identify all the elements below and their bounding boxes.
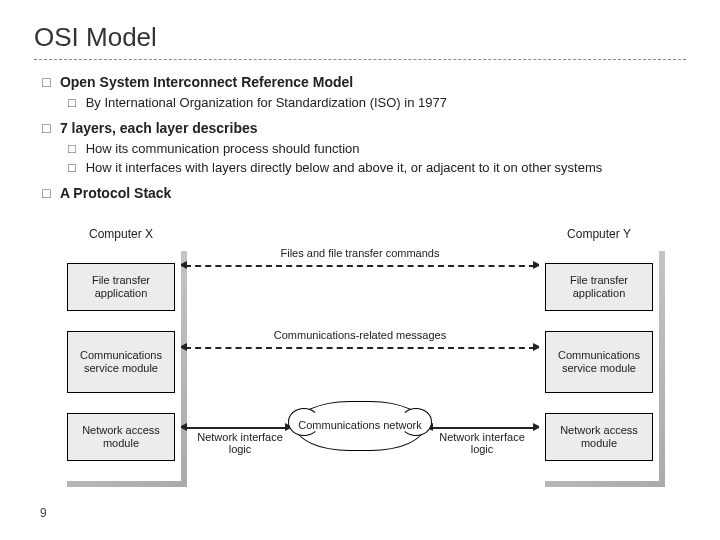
connection-label: Communications-related messages [250,329,470,341]
interface-label: Network interface logic [195,431,285,455]
bullet-item: □ A Protocol Stack [42,185,686,201]
page-number: 9 [40,506,47,520]
sub-bullet-text: How it interfaces with layers directly b… [86,159,684,177]
stack-label-right: Computer Y [539,227,659,241]
square-bullet-icon: □ [42,185,56,201]
layer-box: Network access module [67,413,175,461]
sub-bullet-item: □ By International Organization for Stan… [68,94,686,112]
interface-label: Network interface logic [437,431,527,455]
sub-bullet-item: □ How it interfaces with layers directly… [68,159,686,177]
bullet-list: □ Open System Interconnect Reference Mod… [34,74,686,201]
dashed-connector [185,347,535,349]
square-bullet-icon: □ [68,94,82,112]
solid-connector [431,427,535,429]
sub-bullet-text: By International Organization for Standa… [86,94,684,112]
protocol-stack-diagram: Computer X File transfer application Com… [61,209,659,489]
square-bullet-icon: □ [68,140,82,158]
sub-bullet-text: How its communication process should fun… [86,140,684,158]
stack-left: Computer X File transfer application Com… [61,227,181,481]
layer-box: Communications service module [545,331,653,393]
layer-box: Network access module [545,413,653,461]
bullet-text: Open System Interconnect Reference Model [60,74,684,90]
stack-label-left: Computer X [61,227,181,241]
layer-box: File transfer application [67,263,175,311]
square-bullet-icon: □ [42,74,56,90]
bullet-item: □ 7 layers, each layer describes □ How i… [42,120,686,177]
bullet-item: □ Open System Interconnect Reference Mod… [42,74,686,112]
connection-label: Files and file transfer commands [250,247,470,259]
cloud-label: Communications network [298,419,422,432]
bullet-text: 7 layers, each layer describes [60,120,684,136]
dashed-connector [185,265,535,267]
slide-title: OSI Model [34,22,686,60]
square-bullet-icon: □ [42,120,56,136]
layer-box: File transfer application [545,263,653,311]
bullet-text: A Protocol Stack [60,185,684,201]
sub-bullet-item: □ How its communication process should f… [68,140,686,158]
network-cloud: Communications network [295,401,425,451]
square-bullet-icon: □ [68,159,82,177]
stack-right: Computer Y File transfer application Com… [539,227,659,481]
layer-box: Communications service module [67,331,175,393]
solid-connector [185,427,289,429]
